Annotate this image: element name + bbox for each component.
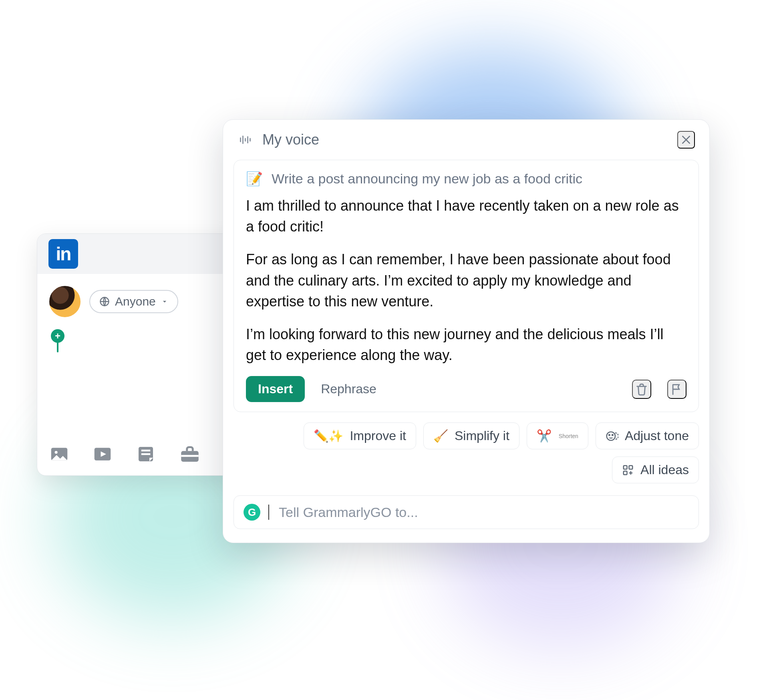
close-button[interactable] [677,131,695,149]
generated-paragraph: I’m looking forward to this new journey … [246,324,686,366]
chip-label: Shorten [559,433,578,439]
svg-point-2 [55,451,58,454]
delete-button[interactable] [632,380,651,399]
svg-point-16 [607,432,615,440]
document-icon[interactable] [135,443,157,467]
close-icon [680,134,692,146]
chevron-down-icon [161,298,169,306]
avatar[interactable] [48,285,81,318]
svg-rect-21 [624,471,627,475]
svg-point-18 [612,434,613,436]
suggestion-card: 📝 Write a post announcing my new job as … [234,160,699,412]
chip-label: Improve it [350,428,406,443]
chip-label: Simplify it [455,428,509,443]
generated-paragraph: For as long as I can remember, I have be… [246,249,686,312]
improve-it-chip[interactable]: ✏️✨ Improve it [304,422,416,449]
prompt-emoji-icon: 📝 [246,171,263,187]
globe-icon [99,296,110,307]
chip-label: All ideas [640,463,689,477]
svg-rect-5 [141,450,151,452]
all-ideas-chip[interactable]: All ideas [612,457,699,483]
text-cursor [268,505,269,520]
scissors-icon: ✂️ [537,429,552,443]
prompt-input-row[interactable]: G [234,495,699,529]
svg-rect-20 [629,466,633,469]
linkedin-logo: in [48,239,78,269]
plus-icon: + [51,329,64,343]
audience-label: Anyone [115,295,156,308]
prompt-text: Write a post announcing my new job as a … [272,171,582,187]
report-button[interactable] [667,380,686,399]
flag-icon [670,382,684,396]
audience-selector[interactable]: Anyone [89,290,178,313]
grammarly-panel: My voice 📝 Write a post announcing my ne… [223,119,710,543]
grammarly-badge-icon: G [244,504,260,521]
generated-paragraph: I am thrilled to announce that I have re… [246,195,686,237]
image-icon[interactable] [48,443,70,467]
job-icon[interactable] [178,443,201,467]
simplify-it-chip[interactable]: 🧹 Simplify it [423,422,519,449]
svg-point-17 [609,434,610,436]
linkedin-composer-window: in Anyone + [37,233,237,476]
pencil-sparkle-icon: ✏️✨ [314,429,343,443]
tone-face-icon [606,430,618,443]
rephrase-button[interactable]: Rephrase [321,382,376,396]
trash-icon [635,382,648,396]
svg-rect-6 [141,453,151,455]
video-icon[interactable] [92,443,113,467]
panel-title: My voice [262,131,319,148]
broom-icon: 🧹 [433,429,448,443]
svg-rect-8 [181,455,199,457]
chip-label: Adjust tone [625,428,689,443]
insert-button[interactable]: Insert [246,376,305,402]
prompt-input[interactable] [279,505,689,520]
generated-text: I am thrilled to announce that I have re… [246,195,686,366]
shorten-chip[interactable]: ✂️ Shorten [527,422,588,449]
grid-sparkle-icon [622,464,634,476]
add-item-pin[interactable]: + [51,329,64,352]
linkedin-header: in [37,234,237,274]
adjust-tone-chip[interactable]: Adjust tone [596,422,699,449]
voice-bars-icon [238,133,252,147]
svg-rect-19 [624,466,627,469]
